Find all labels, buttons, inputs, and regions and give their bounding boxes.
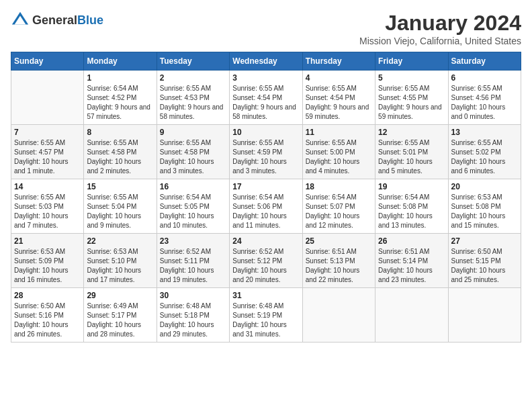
page-header: GeneralBlue January 2024 Mission Viejo, …: [11, 11, 521, 46]
week-row-2: 14Sunrise: 6:55 AMSunset: 5:03 PMDayligh…: [11, 179, 521, 234]
day-number: 22: [87, 236, 153, 246]
header-day-sunday: Sunday: [11, 52, 84, 71]
day-number: 3: [232, 73, 299, 83]
day-info: Sunrise: 6:54 AMSunset: 5:05 PMDaylight:…: [160, 193, 226, 230]
day-number: 20: [451, 182, 518, 191]
day-info: Sunrise: 6:55 AMSunset: 4:58 PMDaylight:…: [160, 138, 226, 176]
day-info: Sunrise: 6:55 AMSunset: 4:54 PMDaylight:…: [306, 84, 372, 122]
day-number: 8: [87, 128, 153, 137]
calendar-cell: 29Sunrise: 6:49 AMSunset: 5:17 PMDayligh…: [84, 288, 157, 342]
calendar-cell: 6Sunrise: 6:55 AMSunset: 4:56 PMDaylight…: [448, 71, 521, 125]
calendar-cell: 14Sunrise: 6:55 AMSunset: 5:03 PMDayligh…: [11, 179, 84, 234]
header-row: SundayMondayTuesdayWednesdayThursdayFrid…: [11, 52, 521, 71]
day-number: 31: [232, 291, 299, 300]
day-number: 9: [160, 128, 226, 137]
day-info: Sunrise: 6:55 AMSunset: 4:54 PMDaylight:…: [232, 84, 299, 122]
day-number: 12: [378, 128, 445, 137]
day-number: 4: [306, 73, 372, 83]
day-info: Sunrise: 6:55 AMSunset: 4:59 PMDaylight:…: [232, 138, 299, 176]
day-info: Sunrise: 6:54 AMSunset: 5:07 PMDaylight:…: [306, 193, 372, 230]
calendar-cell: [11, 71, 84, 125]
week-row-0: 1Sunrise: 6:54 AMSunset: 4:52 PMDaylight…: [11, 71, 521, 125]
day-info: Sunrise: 6:53 AMSunset: 5:08 PMDaylight:…: [451, 193, 518, 230]
calendar-cell: 26Sunrise: 6:51 AMSunset: 5:14 PMDayligh…: [375, 234, 448, 288]
calendar-title: January 2024: [359, 11, 521, 36]
calendar-cell: 24Sunrise: 6:52 AMSunset: 5:12 PMDayligh…: [230, 234, 302, 288]
day-info: Sunrise: 6:51 AMSunset: 5:13 PMDaylight:…: [306, 247, 372, 285]
day-number: 23: [160, 236, 226, 246]
calendar-cell: 23Sunrise: 6:52 AMSunset: 5:11 PMDayligh…: [157, 234, 229, 288]
header-day-wednesday: Wednesday: [230, 52, 302, 71]
calendar-cell: 2Sunrise: 6:55 AMSunset: 4:53 PMDaylight…: [157, 71, 229, 125]
title-area: January 2024 Mission Viejo, California, …: [359, 11, 521, 46]
header-day-friday: Friday: [375, 52, 448, 71]
day-number: 6: [451, 73, 518, 83]
day-info: Sunrise: 6:55 AMSunset: 4:58 PMDaylight:…: [87, 138, 153, 176]
calendar-cell: 3Sunrise: 6:55 AMSunset: 4:54 PMDaylight…: [230, 71, 302, 125]
calendar-cell: 30Sunrise: 6:48 AMSunset: 5:18 PMDayligh…: [157, 288, 229, 342]
calendar-cell: 7Sunrise: 6:55 AMSunset: 4:57 PMDaylight…: [11, 125, 84, 179]
calendar-cell: 19Sunrise: 6:54 AMSunset: 5:08 PMDayligh…: [375, 179, 448, 234]
day-number: 13: [451, 128, 518, 137]
calendar-cell: [302, 288, 375, 342]
day-info: Sunrise: 6:54 AMSunset: 5:08 PMDaylight:…: [378, 193, 445, 230]
day-number: 2: [160, 73, 226, 83]
calendar-cell: 9Sunrise: 6:55 AMSunset: 4:58 PMDaylight…: [157, 125, 229, 179]
calendar-body: 1Sunrise: 6:54 AMSunset: 4:52 PMDaylight…: [11, 71, 521, 342]
calendar-cell: 5Sunrise: 6:55 AMSunset: 4:55 PMDaylight…: [375, 71, 448, 125]
day-number: 26: [378, 236, 445, 246]
day-number: 15: [87, 182, 153, 191]
calendar-header: SundayMondayTuesdayWednesdayThursdayFrid…: [11, 52, 521, 71]
calendar-cell: 8Sunrise: 6:55 AMSunset: 4:58 PMDaylight…: [84, 125, 157, 179]
calendar-cell: 17Sunrise: 6:54 AMSunset: 5:06 PMDayligh…: [230, 179, 302, 234]
day-number: 16: [160, 182, 226, 191]
day-number: 29: [87, 291, 153, 300]
week-row-1: 7Sunrise: 6:55 AMSunset: 4:57 PMDaylight…: [11, 125, 521, 179]
day-info: Sunrise: 6:52 AMSunset: 5:11 PMDaylight:…: [160, 247, 226, 285]
calendar-cell: 31Sunrise: 6:48 AMSunset: 5:19 PMDayligh…: [230, 288, 302, 342]
day-info: Sunrise: 6:55 AMSunset: 5:04 PMDaylight:…: [87, 193, 153, 230]
logo-icon: [11, 11, 30, 30]
day-info: Sunrise: 6:55 AMSunset: 4:55 PMDaylight:…: [378, 84, 445, 122]
day-number: 18: [306, 182, 372, 191]
day-info: Sunrise: 6:53 AMSunset: 5:09 PMDaylight:…: [14, 247, 81, 285]
header-day-saturday: Saturday: [448, 52, 521, 71]
calendar-cell: 18Sunrise: 6:54 AMSunset: 5:07 PMDayligh…: [302, 179, 375, 234]
day-number: 24: [232, 236, 299, 246]
day-info: Sunrise: 6:54 AMSunset: 5:06 PMDaylight:…: [232, 193, 299, 230]
calendar-cell: 20Sunrise: 6:53 AMSunset: 5:08 PMDayligh…: [448, 179, 521, 234]
day-info: Sunrise: 6:49 AMSunset: 5:17 PMDaylight:…: [87, 302, 153, 339]
day-number: 28: [14, 291, 81, 300]
day-number: 21: [14, 236, 81, 246]
day-number: 17: [232, 182, 299, 191]
day-info: Sunrise: 6:55 AMSunset: 5:00 PMDaylight:…: [306, 138, 372, 176]
calendar-cell: [375, 288, 448, 342]
day-info: Sunrise: 6:53 AMSunset: 5:10 PMDaylight:…: [87, 247, 153, 285]
day-info: Sunrise: 6:51 AMSunset: 5:14 PMDaylight:…: [378, 247, 445, 285]
calendar-cell: 15Sunrise: 6:55 AMSunset: 5:04 PMDayligh…: [84, 179, 157, 234]
day-number: 10: [232, 128, 299, 137]
calendar-cell: 12Sunrise: 6:55 AMSunset: 5:01 PMDayligh…: [375, 125, 448, 179]
calendar-cell: 1Sunrise: 6:54 AMSunset: 4:52 PMDaylight…: [84, 71, 157, 125]
header-day-monday: Monday: [84, 52, 157, 71]
calendar-cell: 4Sunrise: 6:55 AMSunset: 4:54 PMDaylight…: [302, 71, 375, 125]
calendar-cell: 16Sunrise: 6:54 AMSunset: 5:05 PMDayligh…: [157, 179, 229, 234]
calendar-subtitle: Mission Viejo, California, United States: [359, 36, 521, 46]
day-info: Sunrise: 6:48 AMSunset: 5:19 PMDaylight:…: [232, 302, 299, 339]
day-info: Sunrise: 6:55 AMSunset: 4:56 PMDaylight:…: [451, 84, 518, 122]
logo: GeneralBlue: [11, 11, 103, 30]
logo-general: General: [32, 13, 77, 27]
calendar-cell: 11Sunrise: 6:55 AMSunset: 5:00 PMDayligh…: [302, 125, 375, 179]
day-number: 19: [378, 182, 445, 191]
header-day-tuesday: Tuesday: [157, 52, 229, 71]
day-number: 27: [451, 236, 518, 246]
week-row-4: 28Sunrise: 6:50 AMSunset: 5:16 PMDayligh…: [11, 288, 521, 342]
calendar-table: SundayMondayTuesdayWednesdayThursdayFrid…: [11, 52, 521, 342]
calendar-cell: 27Sunrise: 6:50 AMSunset: 5:15 PMDayligh…: [448, 234, 521, 288]
day-info: Sunrise: 6:55 AMSunset: 5:03 PMDaylight:…: [14, 193, 81, 230]
calendar-cell: 22Sunrise: 6:53 AMSunset: 5:10 PMDayligh…: [84, 234, 157, 288]
calendar-cell: 28Sunrise: 6:50 AMSunset: 5:16 PMDayligh…: [11, 288, 84, 342]
day-info: Sunrise: 6:52 AMSunset: 5:12 PMDaylight:…: [232, 247, 299, 285]
logo-blue: Blue: [77, 13, 103, 27]
day-info: Sunrise: 6:55 AMSunset: 4:53 PMDaylight:…: [160, 84, 226, 122]
